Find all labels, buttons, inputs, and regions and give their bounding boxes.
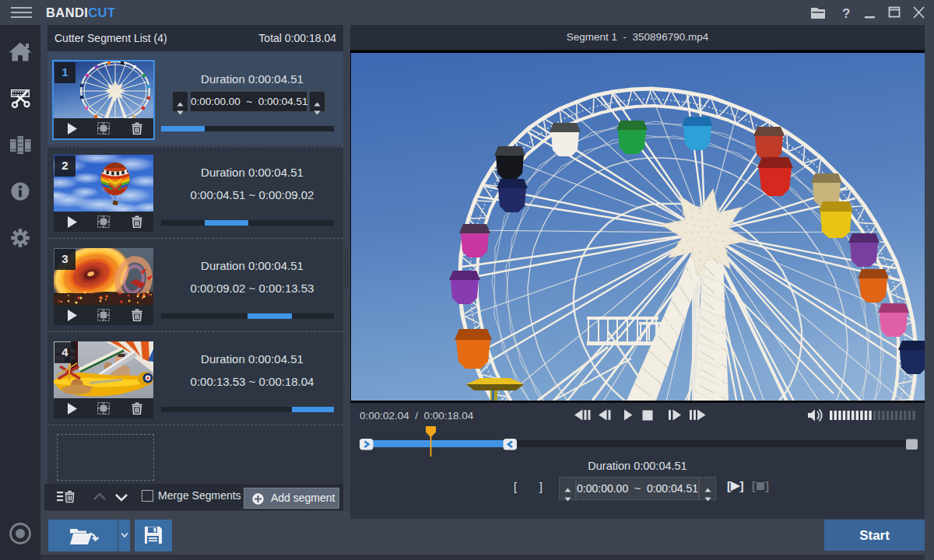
svg-text:?: ? bbox=[842, 6, 850, 21]
